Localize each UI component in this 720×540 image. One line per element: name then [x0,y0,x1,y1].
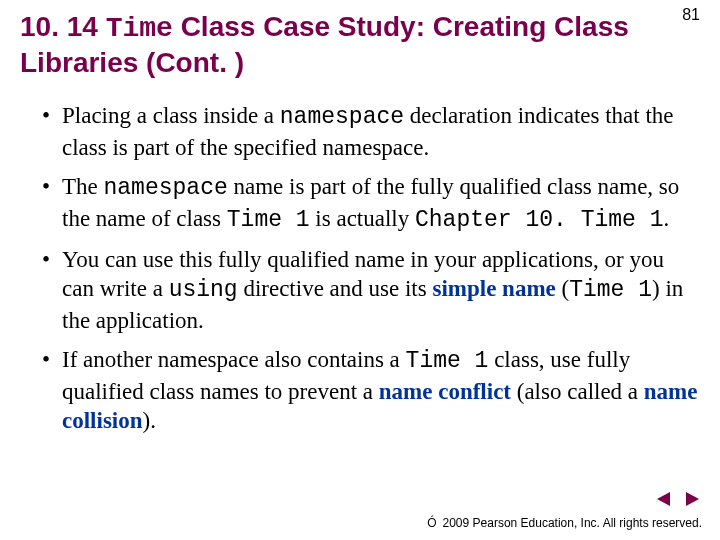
svg-marker-0 [657,492,670,506]
bullet-item: The namespace name is part of the fully … [42,172,700,235]
body-text: ). [143,408,156,433]
footer-text: 2009 Pearson Education, Inc. All rights … [443,516,702,530]
slide-title: 10. 14 Time Class Case Study: Creating C… [20,10,674,79]
body-text: is actually­ [310,206,415,231]
svg-marker-1 [686,492,699,506]
page-number: 81 [682,6,700,24]
copyright-symbol: Ó [427,516,436,530]
body-text: directive and use its [238,276,433,301]
code-text: Chapter 10. Time 1 [415,207,663,233]
header-row: 10. 14 Time Class Case Study: Creating C… [20,10,700,79]
footer: Ó 2009 Pearson Education, Inc. All right… [427,516,702,530]
body-text: (also called a [511,379,644,404]
code-text: Time 1 [227,207,310,233]
code-text: namespace [104,175,228,201]
body-text: ( [556,276,569,301]
slide: 10. 14 Time Class Case Study: Creating C… [0,0,720,540]
prev-arrow-icon[interactable] [654,490,674,508]
body-text: If another namespace also contains a [62,347,406,372]
title-section-number: 10. 14 [20,11,98,42]
bullet-list: Placing a class inside a namespace decla… [42,101,700,435]
body-text: . [663,206,669,231]
code-text: Time 1 [569,277,652,303]
code-text: Time 1 [406,348,489,374]
title-code-word: Time [106,13,173,44]
next-arrow-icon[interactable] [682,490,702,508]
code-text: namespace [280,104,404,130]
body-text: Placing a class inside a [62,103,280,128]
term-text: simple name [432,276,555,301]
bullet-item: You can use this fully qualified name in… [42,245,700,335]
body-text: The [62,174,104,199]
nav-arrows [654,490,702,508]
bullet-item: If another namespace also contains a Tim… [42,345,700,435]
code-text: using [169,277,238,303]
term-text: name conflict [379,379,511,404]
bullet-item: Placing a class inside a namespace decla… [42,101,700,162]
